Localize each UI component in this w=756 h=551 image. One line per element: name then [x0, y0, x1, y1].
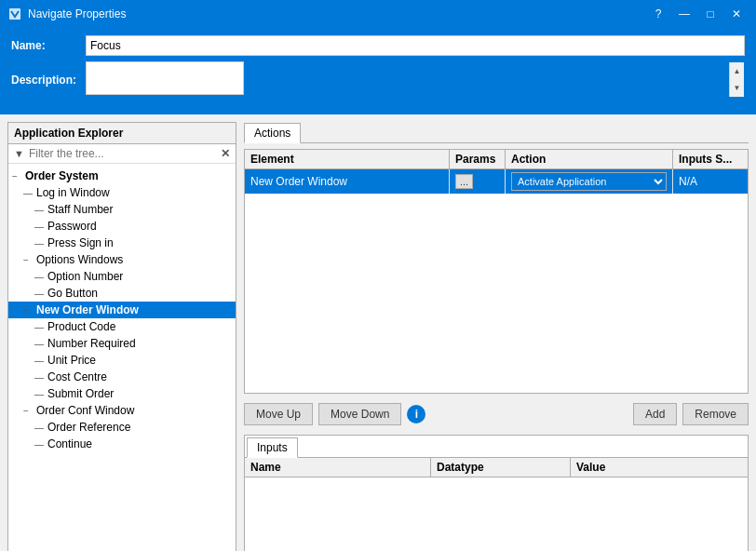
tree-item[interactable]: —Staff Number: [8, 201, 236, 218]
tree-expander-icon[interactable]: —: [34, 205, 47, 215]
tree-item[interactable]: −Order System: [8, 168, 236, 184]
params-button[interactable]: ...: [455, 174, 473, 189]
tree-expander-icon[interactable]: —: [34, 339, 47, 349]
tree-item[interactable]: —Unit Price: [8, 352, 236, 369]
window-title: Navigate Properties: [28, 7, 646, 20]
tree-item-label: Unit Price: [47, 354, 96, 367]
tree-item-label: Order System: [25, 169, 99, 182]
filter-row: ▼ ✕: [8, 144, 236, 164]
tree-item[interactable]: —Order Reference: [8, 419, 236, 436]
tree-expander-icon[interactable]: —: [34, 389, 47, 399]
tree-item[interactable]: —Password: [8, 218, 236, 235]
name-input[interactable]: [86, 35, 745, 56]
tree-item-label: Options Windows: [36, 253, 123, 266]
tree-item[interactable]: —Number Required: [8, 335, 236, 352]
tree-item[interactable]: —Go Button: [8, 285, 236, 302]
tree-expander-icon[interactable]: —: [34, 238, 47, 249]
tree-item[interactable]: —Log in Window: [8, 184, 236, 201]
maximize-button[interactable]: □: [698, 5, 722, 23]
actions-section: Actions: [244, 122, 749, 143]
table-header: Element Params Action Inputs S...: [245, 150, 748, 169]
tree-item[interactable]: —Product Code: [8, 318, 236, 335]
description-wrapper: ▲ ▼: [86, 61, 745, 98]
tree-item[interactable]: −New Order Window: [8, 302, 236, 318]
window-controls: ? — □ ✕: [646, 5, 749, 23]
tree-item-label: Staff Number: [47, 203, 113, 216]
actions-tab[interactable]: Actions: [244, 123, 301, 143]
inputs-col-datatype: Datatype: [431, 458, 571, 477]
tree-expander-icon[interactable]: —: [34, 423, 47, 433]
tree-expander-icon[interactable]: −: [23, 406, 36, 416]
add-button[interactable]: Add: [633, 403, 677, 425]
minimize-button[interactable]: —: [672, 5, 696, 23]
inputs-col-name: Name: [245, 458, 431, 477]
tree-item-label: Log in Window: [36, 186, 110, 199]
action-select-wrapper: Activate Application Click Type Text Nav…: [511, 172, 667, 191]
filter-clear-button[interactable]: ✕: [218, 147, 233, 160]
tree-expander-icon[interactable]: —: [34, 356, 47, 366]
table-row[interactable]: New Order Window ... Activate Applicatio…: [245, 169, 748, 194]
move-down-button[interactable]: Move Down: [318, 403, 401, 425]
inputs-col-value: Value: [571, 458, 748, 477]
tree-expander-icon[interactable]: —: [34, 439, 47, 450]
cell-element: New Order Window: [245, 169, 450, 194]
scroll-up-arrow[interactable]: ▲: [730, 62, 744, 80]
cell-action: Activate Application Click Type Text Nav…: [506, 169, 673, 194]
close-button[interactable]: ✕: [724, 5, 749, 23]
inputs-panel: Inputs Name Datatype Value: [244, 435, 749, 551]
description-label: Description:: [11, 74, 86, 87]
info-button[interactable]: i: [407, 405, 425, 423]
description-row: Description: ▲ ▼: [11, 61, 745, 98]
tree-expander-icon[interactable]: —: [23, 188, 36, 198]
name-label: Name:: [11, 39, 86, 52]
tree-item[interactable]: −Options Windows: [8, 251, 236, 268]
tree-item[interactable]: —Submit Order: [8, 385, 236, 402]
filter-input[interactable]: [29, 147, 216, 160]
tree-item-label: Go Button: [47, 287, 98, 300]
action-select[interactable]: Activate Application Click Type Text Nav…: [511, 172, 667, 191]
description-input[interactable]: [86, 61, 244, 95]
tree-expander-icon[interactable]: —: [34, 222, 47, 232]
tree-item[interactable]: —Press Sign in: [8, 235, 236, 251]
actions-panel: Element Params Action Inputs S... New Or…: [244, 149, 749, 394]
tree-item[interactable]: —Cost Centre: [8, 369, 236, 385]
header-section: Name: Description: ▲ ▼: [0, 28, 756, 114]
cell-params: ...: [450, 169, 506, 194]
tree-item-label: Submit Order: [47, 387, 114, 400]
tree-item-label: Order Conf Window: [36, 404, 134, 417]
tree-expander-icon[interactable]: —: [34, 372, 47, 383]
scroll-down-arrow[interactable]: ▼: [730, 80, 744, 98]
remove-button[interactable]: Remove: [682, 403, 749, 425]
inputs-table-header: Name Datatype Value: [245, 458, 748, 477]
right-panel: Actions Element Params Action Inputs S..…: [244, 122, 749, 551]
title-bar: Navigate Properties ? — □ ✕: [0, 0, 756, 28]
filter-icon: ▼: [11, 147, 27, 160]
tree-expander-icon[interactable]: −: [12, 171, 25, 181]
tree-item-label: Product Code: [47, 320, 115, 333]
col-params: Params: [450, 150, 506, 168]
tree-item[interactable]: —Continue: [8, 436, 236, 452]
help-button[interactable]: ?: [646, 5, 670, 23]
name-row: Name:: [11, 35, 745, 56]
tree-expander-icon[interactable]: −: [23, 255, 36, 265]
inputs-body: [245, 477, 748, 551]
tree-item[interactable]: —Option Number: [8, 268, 236, 285]
explorer-title: Application Explorer: [8, 123, 236, 144]
tree-expander-icon[interactable]: —: [34, 272, 47, 282]
buttons-row: Move Up Move Down i Add Remove: [244, 399, 749, 429]
tree-item-label: Continue: [47, 437, 92, 450]
tree-item-label: Cost Centre: [47, 370, 107, 383]
tree-expander-icon[interactable]: —: [34, 289, 47, 299]
tree-expander-icon[interactable]: —: [34, 322, 47, 332]
tree-item-label: New Order Window: [36, 303, 139, 316]
tree-container: −Order System—Log in Window—Staff Number…: [8, 164, 236, 551]
col-inputs: Inputs S...: [673, 150, 748, 168]
tree-item-label: Option Number: [47, 270, 123, 283]
move-up-button[interactable]: Move Up: [244, 403, 313, 425]
tree-item[interactable]: −Order Conf Window: [8, 402, 236, 419]
description-scrollbar: ▲ ▼: [729, 62, 744, 97]
inputs-tab[interactable]: Inputs: [247, 437, 298, 458]
inputs-tab-bar: Inputs: [245, 436, 748, 458]
tab-bar: Actions: [244, 122, 749, 143]
tree-expander-icon[interactable]: −: [23, 305, 36, 316]
